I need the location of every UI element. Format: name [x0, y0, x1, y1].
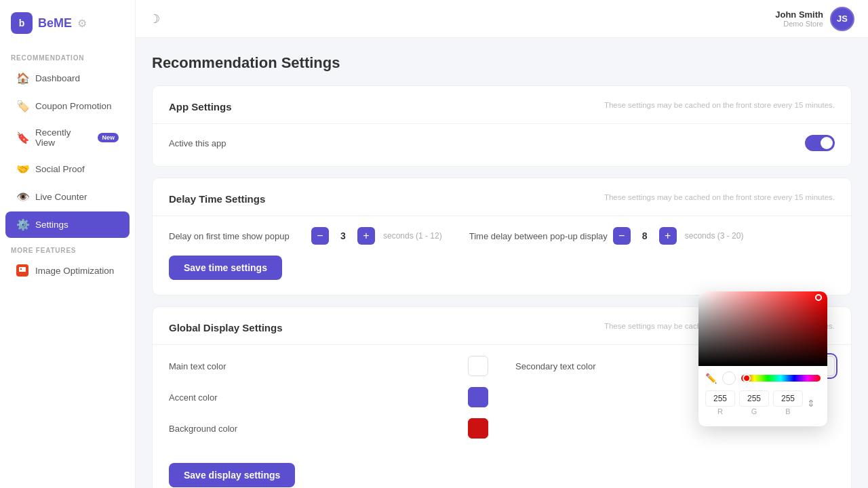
picker-canvas[interactable] [698, 291, 827, 366]
active-app-toggle[interactable] [805, 135, 835, 151]
sidebar-item-live-counter[interactable]: 👁️ Live Counter [5, 184, 130, 210]
delay-card-header: Delay Time Settings These settings may b… [169, 193, 835, 205]
sidebar-item-coupon-promotion[interactable]: 🏷️ Coupon Promotion [5, 93, 130, 119]
bookmark-icon: 🔖 [16, 131, 28, 144]
active-app-row: Active this app [169, 135, 835, 151]
logo-icon: b [11, 12, 33, 34]
page-title: Recommendation Settings [152, 54, 852, 72]
active-app-label: Active this app [169, 138, 226, 148]
between-popup-decrement[interactable]: − [613, 227, 631, 245]
save-time-settings-button[interactable]: Save time settings [169, 256, 282, 280]
sidebar-item-label: Coupon Promotion [35, 101, 112, 111]
svg-point-1 [20, 268, 22, 270]
main-text-color-swatch[interactable] [468, 356, 488, 376]
g-input[interactable] [739, 390, 769, 407]
user-store: Demo Store [775, 20, 823, 28]
topbar-right: John Smith Demo Store JS [775, 7, 854, 31]
first-popup-range: seconds (1 - 12) [383, 231, 442, 241]
delay-settings-card: Delay Time Settings These settings may b… [152, 178, 852, 296]
b-input[interactable] [773, 390, 803, 407]
first-popup-stepper: − 3 + [311, 227, 375, 245]
app-settings-title: App Settings [169, 101, 232, 113]
sidebar: b BeME ⚙ RECOMMENDATION 🏠 Dashboard 🏷️ C… [0, 0, 136, 488]
sidebar-item-label: Settings [35, 220, 68, 230]
tag-icon: 🏷️ [16, 100, 28, 113]
dark-mode-icon[interactable]: ☽ [149, 12, 160, 26]
logo-text: BeME [38, 16, 72, 30]
r-input-group: R [705, 390, 735, 415]
accent-color-swatch[interactable] [468, 387, 488, 407]
main-text-color-label: Main text color [169, 361, 226, 371]
sidebar-item-dashboard[interactable]: 🏠 Dashboard [5, 65, 130, 92]
secondary-text-color-label: Secondary text color [515, 361, 596, 371]
hue-thumb [743, 374, 751, 382]
sidebar-item-recently-view[interactable]: 🔖 Recently View New [5, 121, 130, 155]
accent-color-label: Accent color [169, 392, 218, 403]
between-popup-range: seconds (3 - 20) [685, 231, 744, 241]
r-label: R [717, 407, 723, 415]
g-label: G [751, 407, 757, 415]
sidebar-item-label: Dashboard [35, 73, 80, 83]
sidebar-item-settings[interactable]: ⚙️ Settings [5, 211, 130, 238]
user-info: John Smith Demo Store [775, 9, 823, 28]
between-popup-increment[interactable]: + [659, 227, 677, 245]
section-recommendation-label: RECOMMENDATION [0, 46, 135, 64]
between-popup-value: 8 [635, 230, 655, 241]
delay-settings-title: Delay Time Settings [169, 193, 265, 205]
topbar-left: ☽ [149, 12, 160, 26]
section-more-label: MORE FEATURES [0, 239, 135, 257]
accent-color-row: Accent color [169, 387, 488, 407]
first-popup-label: Delay on first time show popup [169, 231, 304, 241]
r-input[interactable] [705, 390, 735, 407]
b-label: B [785, 407, 790, 415]
color-preview [722, 371, 736, 385]
g-input-group: G [739, 390, 769, 415]
bg-color-swatch[interactable] [468, 418, 488, 439]
first-popup-value: 3 [333, 230, 353, 241]
picker-arrows-icon[interactable]: ⇕ [807, 398, 815, 409]
delay-settings-hint: These settings may be cached on the fron… [604, 193, 835, 201]
sidebar-item-label: Image Optimization [35, 266, 114, 276]
picker-rgb-row: R G B ⇕ [698, 388, 827, 418]
user-name: John Smith [775, 9, 823, 20]
save-display-settings-button[interactable]: Save display settings [169, 463, 295, 487]
app-settings-hint: These settings may be cached on the fron… [604, 101, 835, 109]
hue-slider[interactable] [741, 375, 821, 382]
image-optimization-icon [16, 264, 28, 277]
gear-icon: ⚙️ [16, 218, 28, 231]
display-settings-title: Global Display Settings [169, 322, 283, 333]
bg-color-full-row: Background color [169, 418, 488, 439]
picker-hue-row: ✏️ [698, 366, 827, 388]
between-popup-group: Time delay between pop-up display − 8 + … [469, 227, 744, 245]
sidebar-item-image-optimization[interactable]: Image Optimization [5, 258, 130, 283]
delay-controls-row: Delay on first time show popup − 3 + sec… [169, 227, 835, 245]
home-icon: 🏠 [16, 72, 28, 85]
avatar[interactable]: JS [830, 7, 854, 31]
sidebar-item-label: Live Counter [35, 192, 87, 202]
eyedropper-icon[interactable]: ✏️ [705, 373, 717, 384]
picker-cursor [815, 294, 822, 301]
between-popup-label: Time delay between pop-up display [469, 231, 608, 241]
delay-groups: − 3 + seconds (1 - 12) Time delay betwee… [311, 227, 835, 245]
main-text-color-row: Main text color [169, 356, 488, 376]
sidebar-item-social-proof[interactable]: 🤝 Social Proof [5, 156, 130, 182]
settings-gear-icon[interactable]: ⚙ [77, 17, 87, 30]
sidebar-item-label: Social Proof [35, 164, 85, 174]
handshake-icon: 🤝 [16, 163, 28, 176]
sidebar-item-label: Recently View [35, 127, 88, 148]
card-header: App Settings These settings may be cache… [169, 101, 835, 113]
new-badge: New [98, 133, 119, 142]
first-popup-increment[interactable]: + [357, 227, 375, 245]
sidebar-logo: b BeME ⚙ [0, 0, 135, 46]
topbar: ☽ John Smith Demo Store JS [136, 0, 868, 38]
app-settings-card: App Settings These settings may be cache… [152, 85, 852, 167]
first-popup-decrement[interactable]: − [311, 227, 329, 245]
color-picker-popup: ✏️ R G B ⇕ [698, 291, 827, 426]
between-popup-stepper: − 8 + [613, 227, 677, 245]
bg-color-label: Background color [169, 424, 237, 434]
b-input-group: B [773, 390, 803, 415]
first-popup-group: − 3 + seconds (1 - 12) [311, 227, 442, 245]
eye-icon: 👁️ [16, 190, 28, 203]
